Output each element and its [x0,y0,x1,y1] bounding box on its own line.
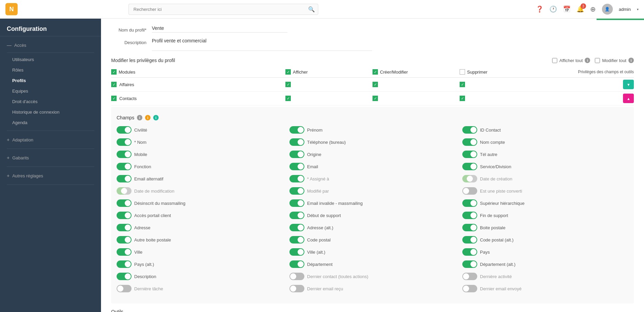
affaires-afficher-cb[interactable]: ✓ [285,82,291,87]
field-toggle[interactable] [289,248,304,256]
field-toggle[interactable] [117,273,132,280]
afficher-checkbox[interactable]: ✓ [285,69,291,75]
minus-icon: — [7,42,12,48]
field-toggle[interactable] [462,260,477,268]
sidebar-item-roles[interactable]: Rôles [0,65,101,75]
contacts-module-cb[interactable]: ✓ [111,96,117,101]
contacts-afficher-cb[interactable]: ✓ [285,96,291,101]
field-toggle[interactable] [117,260,132,268]
field-toggle[interactable] [117,212,132,219]
field-label: Date de modification [134,189,175,194]
field-toggle[interactable] [289,163,304,170]
field-toggle[interactable] [462,126,477,134]
field-toggle[interactable] [289,285,304,292]
sidebar-item-agenda[interactable]: Agenda [0,117,101,128]
modifier-tout-toggle[interactable]: Modifier tout i [595,58,634,63]
field-toggle[interactable] [289,273,304,280]
field-label: Service/Division [480,164,511,169]
field-label: Dernière tâche [134,286,163,291]
field-toggle[interactable] [289,260,304,268]
sidebar-item-profils[interactable]: Profils [0,75,101,86]
field-toggle[interactable] [289,126,304,134]
field-toggle[interactable] [117,248,132,256]
affaires-module-cb[interactable]: ✓ [111,82,117,87]
field-toggle[interactable] [289,199,304,207]
affaires-creer-cb[interactable]: ✓ [373,82,378,87]
field-toggle[interactable] [462,273,477,280]
modules-label: Modules [119,70,135,75]
notifications-icon[interactable]: 🔔 3 [577,5,584,13]
sidebar-item-droit-acces[interactable]: Droit d'accès [0,96,101,107]
field-toggle[interactable] [117,199,132,207]
modifier-tout-checkbox[interactable] [595,58,600,63]
supprimer-checkbox[interactable] [460,69,465,75]
field-toggle[interactable] [462,175,477,182]
field-row: Téléphone (bureau) [289,137,456,147]
field-toggle[interactable] [117,138,132,146]
field-toggle[interactable] [117,163,132,170]
field-toggle[interactable] [117,175,132,182]
calendar-icon[interactable]: 📅 [563,5,570,13]
field-toggle[interactable] [289,236,304,243]
field-toggle[interactable] [462,138,477,146]
contacts-collapse-btn[interactable]: ▴ [623,94,634,103]
privileges-champs-label: Privilèges des champs et outils [578,70,634,74]
sidebar-item-utilisateurs[interactable]: Utilisateurs [0,54,101,65]
field-toggle[interactable] [462,248,477,256]
field-toggle[interactable] [462,236,477,243]
field-row: Adresse (alt.) [289,223,456,232]
field-toggle[interactable] [462,163,477,170]
modifier-tout-info: i [628,58,634,63]
field-toggle[interactable] [117,151,132,158]
modules-checkbox[interactable]: ✓ [111,69,117,75]
field-toggle[interactable] [462,285,477,292]
field-toggle[interactable] [462,212,477,219]
gabarits-label: Gabarits [12,155,29,160]
field-label: Fonction [134,164,151,169]
field-toggle[interactable] [462,187,477,195]
creer-checkbox[interactable]: ✓ [373,69,378,75]
field-label: * Nom [134,140,146,145]
contacts-creer-cb[interactable]: ✓ [373,96,378,101]
sidebar-item-equipes[interactable]: Equipes [0,86,101,96]
contacts-supprimer-cb[interactable]: ✓ [460,96,465,101]
field-toggle[interactable] [462,224,477,231]
description-value: Profil vente et commercial [152,38,287,43]
col-afficher: ✓ Afficher [285,69,373,75]
help-icon[interactable]: ❓ [536,5,543,13]
sidebar-section-header-adaptation[interactable]: + Adaptation [0,134,101,146]
sidebar-section-header-gabarits[interactable]: + Gabarits [0,152,101,164]
contacts-name: ✓ Contacts [111,96,285,101]
champs-info-gray[interactable]: i [137,115,142,120]
champs-info-teal[interactable]: i [153,115,159,120]
field-toggle[interactable] [117,126,132,134]
sidebar-section-header-autres[interactable]: + Autres réglages [0,170,101,182]
field-toggle[interactable] [117,285,132,292]
field-toggle[interactable] [289,224,304,231]
sidebar-item-historique[interactable]: Historique de connexion [0,107,101,117]
field-toggle[interactable] [289,212,304,219]
field-toggle[interactable] [462,199,477,207]
sidebar-section-header-acces[interactable]: — Accès [0,39,101,51]
afficher-tout-toggle[interactable]: Afficher tout i [552,58,590,63]
field-toggle[interactable] [117,224,132,231]
afficher-tout-checkbox[interactable] [552,58,557,63]
field-toggle[interactable] [289,151,304,158]
field-label: Dernier email reçu [307,286,343,291]
contacts-creer: ✓ [373,96,460,101]
field-toggle[interactable] [289,138,304,146]
champs-info-orange[interactable]: i [145,115,150,120]
privileges-title: Modifier les privilèges du profil [111,58,175,63]
field-toggle[interactable] [289,175,304,182]
affaires-expand-btn[interactable]: ▾ [623,80,634,89]
field-toggle[interactable] [117,187,132,195]
field-toggle[interactable] [462,151,477,158]
add-icon[interactable]: ⊕ [590,5,596,13]
affaires-supprimer-cb[interactable]: ✓ [460,82,465,87]
field-toggle[interactable] [117,236,132,243]
search-input[interactable] [128,4,318,15]
avatar[interactable]: 👤 [602,4,613,15]
field-toggle[interactable] [289,187,304,195]
field-row: Date de modification [117,186,283,196]
history-icon[interactable]: 🕐 [549,5,557,13]
